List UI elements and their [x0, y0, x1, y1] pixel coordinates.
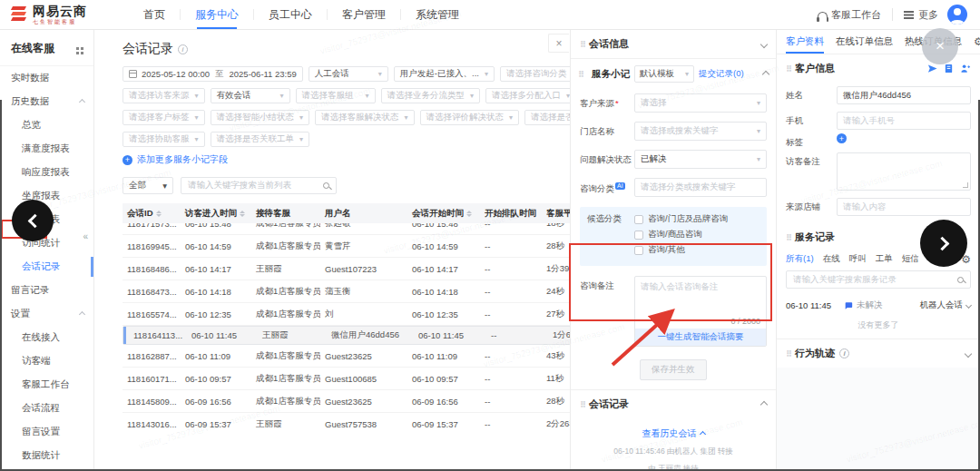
column-header[interactable]: 会话ID: [122, 208, 181, 220]
sidebar-item[interactable]: 留言设置: [0, 420, 93, 444]
name-input[interactable]: 微信用户46dd456: [837, 86, 971, 104]
visitor-remark-textarea[interactable]: [837, 152, 971, 191]
prev-step-button[interactable]: [12, 200, 54, 241]
store-name-select[interactable]: 请选择或搜索关键字▾: [634, 122, 767, 141]
sidebar-item[interactable]: 会话流程: [0, 397, 93, 420]
service-tab[interactable]: 所有(1): [786, 253, 814, 265]
keyword-search-input[interactable]: 请输入关键字搜索当前列表: [181, 177, 337, 194]
sidebar-item[interactable]: 会话记录: [0, 255, 93, 279]
category-checkbox[interactable]: 咨询/商品咨询: [634, 229, 728, 240]
sidebar-item[interactable]: 设置: [0, 302, 93, 326]
tab-orders[interactable]: 在线订单信息: [836, 30, 893, 54]
table-row[interactable]: 118165574...06-10 12:35成都1店客服专员2刘06-10 1…: [122, 303, 570, 326]
add-note-field-link[interactable]: + 添加更多服务小记字段: [122, 153, 570, 166]
avatar[interactable]: [947, 5, 967, 25]
consult-category-input[interactable]: 请选择分类或搜索关键字: [634, 178, 767, 197]
service-record-row[interactable]: 06-10 11:45 未解决 机器人会话: [777, 295, 980, 316]
filter-select[interactable]: 请选择客服解决状态▾: [315, 110, 415, 125]
customer-source-select[interactable]: 请选择▾: [634, 93, 767, 113]
service-record-search-input[interactable]: 请输入关键字搜索服务记录: [786, 270, 971, 289]
sidebar-collapse-icon[interactable]: «: [83, 231, 88, 241]
sidebar-item[interactable]: 访客端: [0, 349, 93, 373]
submit-records-link[interactable]: 提交记录(0): [699, 68, 744, 80]
service-tab[interactable]: 在线: [823, 253, 840, 265]
filter-select[interactable]: 请选择多分配入口▾: [485, 88, 570, 103]
gear-icon[interactable]: ⚙: [974, 36, 980, 47]
column-header[interactable]: 会话开始时间: [407, 208, 480, 220]
sort-icon[interactable]: [466, 211, 472, 217]
sidebar-item-label: 设置: [11, 308, 30, 320]
sidebar-item[interactable]: 留言记录: [0, 279, 93, 302]
template-select[interactable]: 默认模板 ▾: [634, 65, 694, 83]
filter-select[interactable]: 用户发起-已接入、...▾: [394, 66, 495, 82]
chevron-up-icon[interactable]: [762, 70, 769, 77]
category-checkbox[interactable]: 咨询/其他: [634, 244, 728, 256]
panel-close-button[interactable]: ×: [922, 28, 958, 64]
next-step-button[interactable]: [920, 220, 967, 267]
workbench-link[interactable]: 客服工作台: [831, 8, 881, 22]
nav-item[interactable]: 首页: [143, 0, 165, 29]
chevron-down-icon[interactable]: [965, 349, 972, 357]
chevron-up-icon[interactable]: [760, 400, 768, 407]
apps-grid-icon[interactable]: [76, 47, 79, 50]
phone-input[interactable]: 请输入手机号: [837, 112, 971, 130]
filter-select[interactable]: 请选择评价解决状态▾: [420, 110, 520, 125]
send-icon[interactable]: [927, 64, 937, 74]
filter-select[interactable]: 人工会话▾: [309, 66, 388, 82]
filter-select[interactable]: 请选择是否一解会话▾: [524, 110, 570, 125]
column-header[interactable]: 访客进入时间: [181, 208, 251, 220]
remark-textarea[interactable]: 请输入会话咨询备注: [635, 277, 766, 317]
filter-select[interactable]: 请选择智能小结状态▾: [211, 110, 310, 125]
filter-select[interactable]: 请选择咨询分类▾: [500, 66, 570, 82]
tab-customer-profile[interactable]: 客户资料: [786, 30, 824, 54]
table-row[interactable]: 118171573...06-10 15:48成都1店客服专员1张起敬06-10…: [122, 223, 570, 235]
ai-summary-button[interactable]: 一键生成智能会话摘要: [635, 329, 766, 346]
table-row[interactable]: 118168473...06-10 14:18成都1店客服专员2蒲玉衡06-10…: [122, 280, 570, 303]
panel-close-tab[interactable]: ×: [548, 34, 569, 53]
filter-select[interactable]: 请选择协助客服▾: [122, 132, 205, 147]
service-tab[interactable]: 短信: [902, 253, 919, 265]
table-row[interactable]: 118169945...06-10 14:59成都1店客服专员2黄雪芹06-10…: [122, 235, 570, 258]
table-row[interactable]: 118162887...06-10 11:09成都1店客服专员2Guest236…: [122, 345, 570, 368]
sidebar-item[interactable]: 实时数据: [0, 66, 93, 90]
sidebar-item[interactable]: 满意度报表: [0, 137, 93, 161]
sidebar-item[interactable]: 数据统计: [0, 444, 93, 467]
table-row[interactable]: 118145809...06-09 16:56成都1店客服专员2Guest236…: [122, 390, 570, 413]
source-store-input[interactable]: 请输入内容: [837, 198, 971, 216]
nav-item[interactable]: 员工中心: [269, 0, 312, 29]
category-checkbox[interactable]: 咨询/门店及品牌咨询: [634, 213, 728, 225]
date-range-filter[interactable]: 2025-05-12 00:00至2025-06-11 23:59: [122, 66, 303, 82]
nav-item[interactable]: 服务中心: [195, 0, 239, 29]
sidebar-item[interactable]: 响应度报表: [0, 161, 93, 184]
search-scope-select[interactable]: 全部▾: [122, 177, 173, 194]
sidebar-item[interactable]: 总览: [0, 113, 93, 137]
table-row[interactable]: 118164113...06-10 11:45王丽霞微信用户46dd45606-…: [122, 326, 570, 345]
resolve-status-select[interactable]: 已解决▾: [634, 150, 767, 169]
table-row[interactable]: 118168486...06-10 14:17王丽霞Guest10722306-…: [122, 258, 570, 280]
chevron-down-icon[interactable]: [760, 40, 768, 47]
add-contact-icon[interactable]: [960, 64, 971, 74]
add-tag-icon[interactable]: +: [837, 133, 847, 143]
service-tab[interactable]: 工单: [876, 253, 893, 265]
table-row[interactable]: 118143016...06-09 15:37王丽霞Guest75753806-…: [122, 413, 570, 435]
view-history-link[interactable]: 查看历史会话: [571, 427, 776, 440]
filter-select[interactable]: 请选择是否关联工单▾: [211, 132, 310, 147]
service-tab[interactable]: 呼叫: [849, 253, 867, 265]
more-menu[interactable]: 更多: [918, 8, 938, 22]
filter-select[interactable]: 请选择客服组▾: [296, 88, 376, 103]
sidebar-item[interactable]: 客服工作台: [0, 373, 93, 397]
nav-item[interactable]: 客户管理: [342, 0, 386, 29]
table-row[interactable]: 118160171...06-10 09:57成都1店客服专员2Guest100…: [122, 368, 570, 390]
sidebar-item[interactable]: 历史数据: [0, 90, 93, 113]
filter-select[interactable]: 请选择客户标签▾: [122, 110, 205, 125]
sort-icon[interactable]: [240, 211, 245, 217]
filter-select[interactable]: 有效会话▾: [211, 88, 290, 103]
filter-select[interactable]: 请选择业务分流类型▾: [381, 88, 481, 103]
save-button[interactable]: 保存并生效: [640, 359, 707, 380]
sort-icon[interactable]: [156, 211, 162, 217]
sidebar-item[interactable]: 在线接入: [0, 326, 93, 349]
nav-item[interactable]: 系统管理: [416, 0, 459, 29]
column-header: 客服平均响: [542, 208, 570, 220]
filter-select[interactable]: 请选择访客来源▾: [122, 88, 205, 103]
memo-icon[interactable]: [944, 64, 954, 74]
